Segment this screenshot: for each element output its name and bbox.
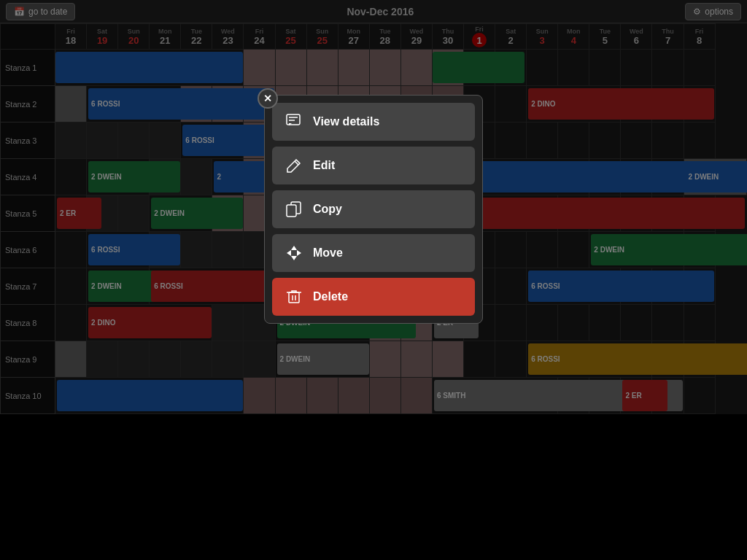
delete-label: Delete bbox=[313, 290, 348, 303]
view-details-label: View details bbox=[313, 115, 379, 128]
copy-button[interactable]: Copy bbox=[272, 190, 475, 228]
move-icon bbox=[284, 243, 304, 263]
trash-icon bbox=[284, 287, 304, 307]
context-menu: ✕ View details Edit bbox=[264, 95, 483, 324]
pencil-icon bbox=[284, 155, 304, 176]
svg-marker-8 bbox=[291, 256, 297, 260]
edit-label: Edit bbox=[313, 159, 335, 172]
copy-icon bbox=[284, 199, 304, 219]
svg-rect-0 bbox=[287, 114, 300, 125]
close-icon: ✕ bbox=[263, 93, 272, 104]
modal-overlay: ✕ View details Edit bbox=[0, 0, 747, 560]
svg-marker-10 bbox=[297, 250, 301, 256]
view-details-button[interactable]: View details bbox=[272, 103, 475, 141]
svg-marker-9 bbox=[287, 250, 291, 256]
move-button[interactable]: Move bbox=[272, 234, 475, 272]
svg-rect-12 bbox=[289, 292, 299, 303]
edit-button[interactable]: Edit bbox=[272, 147, 475, 184]
svg-marker-7 bbox=[291, 246, 297, 250]
move-label: Move bbox=[313, 246, 343, 260]
svg-rect-6 bbox=[287, 205, 296, 217]
copy-label: Copy bbox=[313, 203, 342, 216]
close-button[interactable]: ✕ bbox=[258, 88, 278, 109]
chat-icon bbox=[284, 112, 304, 132]
delete-button[interactable]: Delete bbox=[272, 278, 475, 316]
